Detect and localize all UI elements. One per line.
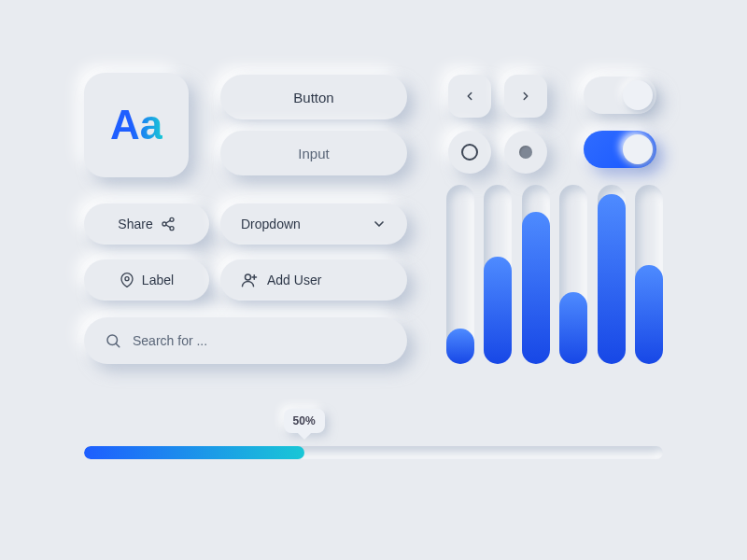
prev-button[interactable] <box>448 75 491 118</box>
svg-point-9 <box>107 335 118 345</box>
chart-bar <box>635 265 663 364</box>
progress-fill <box>84 446 304 459</box>
input-placeholder: Input <box>298 146 329 161</box>
button[interactable]: Button <box>220 75 407 119</box>
chevron-left-icon <box>463 90 476 103</box>
svg-point-5 <box>125 277 129 281</box>
share-label: Share <box>118 217 152 231</box>
toggle-knob <box>623 80 653 110</box>
svg-line-4 <box>165 220 170 223</box>
toggle-knob <box>623 134 653 164</box>
chart-slot <box>522 185 550 364</box>
chart-bar <box>598 194 626 364</box>
typography-tile: Aa <box>84 73 189 177</box>
search-placeholder: Search for ... <box>133 333 207 348</box>
radio-unselected[interactable] <box>448 131 491 174</box>
svg-line-3 <box>165 225 170 228</box>
svg-point-6 <box>246 274 251 280</box>
button-label: Button <box>293 90 333 105</box>
chart-slot <box>559 185 587 364</box>
progress-track <box>84 446 663 459</box>
svg-line-10 <box>116 343 119 346</box>
chart-bar <box>559 292 587 364</box>
typography-sample: Aa <box>110 102 162 148</box>
add-user-label: Add User <box>267 273 321 287</box>
chart-slot <box>484 185 512 364</box>
chevron-down-icon <box>372 217 387 231</box>
dropdown[interactable]: Dropdown <box>220 203 407 245</box>
search-icon <box>105 332 121 349</box>
dropdown-label: Dropdown <box>241 217 301 231</box>
share-icon <box>161 217 176 231</box>
user-plus-icon <box>241 272 258 288</box>
search-input[interactable]: Search for ... <box>84 317 407 364</box>
input-field[interactable]: Input <box>220 131 407 175</box>
progress-value: 50% <box>293 414 316 427</box>
toggle-on[interactable] <box>584 131 656 168</box>
chart-bar <box>522 212 550 364</box>
chart-bar <box>484 257 512 364</box>
chart-slot <box>635 185 663 364</box>
pin-icon <box>120 273 134 287</box>
chevron-right-icon <box>519 90 532 103</box>
circle-icon <box>461 144 478 161</box>
progress-bar[interactable]: 50% <box>84 446 663 459</box>
next-button[interactable] <box>504 75 547 118</box>
chart-slot <box>446 185 474 364</box>
add-user-button[interactable]: Add User <box>220 259 407 301</box>
chart-slot <box>598 185 626 364</box>
bar-chart <box>446 185 663 364</box>
share-button[interactable]: Share <box>84 203 209 245</box>
radio-selected[interactable] <box>504 131 547 174</box>
progress-tooltip: 50% <box>284 409 325 433</box>
label-text: Label <box>142 273 174 287</box>
chart-bar <box>446 329 474 364</box>
toggle-off[interactable] <box>584 77 656 114</box>
label-button[interactable]: Label <box>84 259 209 301</box>
